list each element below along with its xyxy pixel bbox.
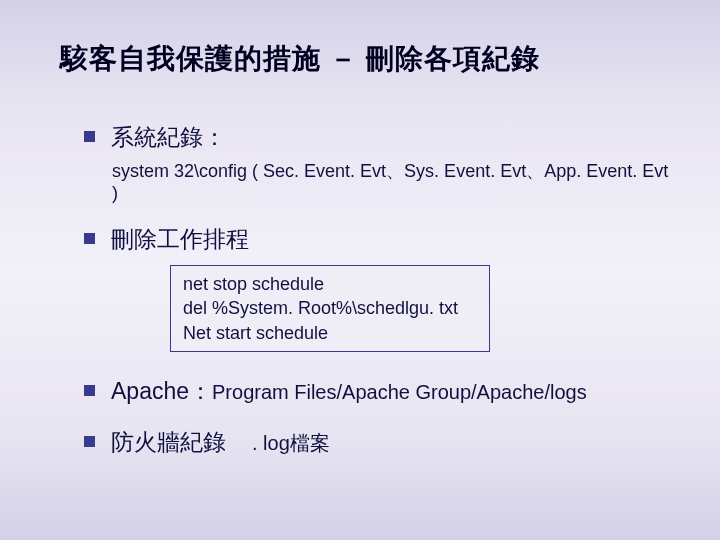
bullet-text: 系統紀錄：	[111, 122, 226, 153]
firewall-label: 防火牆紀錄	[111, 429, 226, 455]
bullet-firewall: 防火牆紀錄. log檔案	[84, 427, 670, 458]
code-line: del %System. Root%\schedlgu. txt	[183, 296, 477, 320]
slide: 駭客自我保護的措施 － 刪除各項紀錄 系統紀錄： system 32\confi…	[0, 0, 720, 540]
bullet-square-icon	[84, 131, 95, 142]
apache-label: Apache：	[111, 378, 212, 404]
bullet-text: 刪除工作排程	[111, 224, 249, 255]
firewall-ext: . log檔案	[252, 432, 330, 454]
bullet-apache: Apache：Program Files/Apache Group/Apache…	[84, 376, 670, 407]
bullet-square-icon	[84, 436, 95, 447]
bullet-system-log: 系統紀錄：	[84, 122, 670, 153]
bullet-text: Apache：Program Files/Apache Group/Apache…	[111, 376, 587, 407]
slide-title: 駭客自我保護的措施 － 刪除各項紀錄	[60, 40, 670, 78]
bullet-square-icon	[84, 233, 95, 244]
bullet-square-icon	[84, 385, 95, 396]
code-line: net stop schedule	[183, 272, 477, 296]
apache-path: Program Files/Apache Group/Apache/logs	[212, 381, 587, 403]
code-block: net stop schedule del %System. Root%\sch…	[170, 265, 490, 352]
code-line: Net start schedule	[183, 321, 477, 345]
bullet-delete-schedule: 刪除工作排程	[84, 224, 670, 255]
bullet-system-log-detail: system 32\config ( Sec. Event. Evt、Sys. …	[112, 159, 670, 204]
bullet-text: 防火牆紀錄. log檔案	[111, 427, 330, 458]
